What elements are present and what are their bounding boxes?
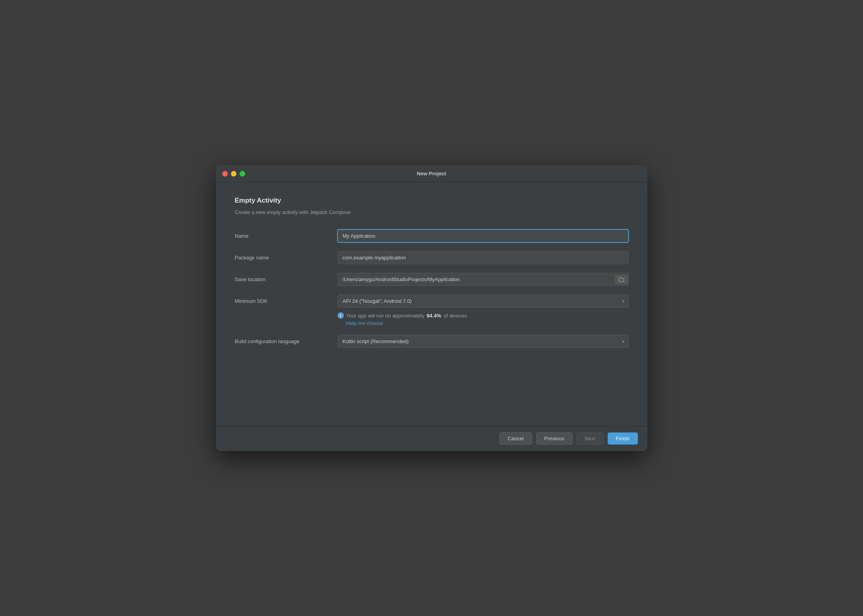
save-location-label: Save location [235,276,338,282]
cancel-button[interactable]: Cancel [499,432,532,445]
next-button[interactable]: Next [576,432,604,445]
name-input[interactable] [338,229,628,242]
name-label: Name [235,233,338,239]
new-project-window: New Project Empty Activity Create a new … [216,165,647,451]
build-config-label: Build configuration language [235,338,338,344]
section-subtitle: Create a new empty activity with Jetpack… [235,209,628,215]
save-location-input-group [338,273,628,286]
package-field-group: Package name [235,251,628,264]
help-me-choose-link[interactable]: Help me choose [346,320,628,326]
name-field-group: Name [235,229,628,242]
sdk-info-suffix: of devices. [444,313,468,319]
maximize-button[interactable] [240,171,245,177]
minimum-sdk-select[interactable]: API 21 ("Lollipop"; Android 5.0) API 22 … [338,295,628,308]
minimum-sdk-label: Minimum SDK [235,298,338,304]
section-title: Empty Activity [235,197,628,205]
traffic-lights [222,171,245,177]
build-config-field-group: Build configuration language Kotlin scri… [235,335,628,348]
sdk-info-percentage: 94.4% [427,313,441,319]
titlebar: New Project [216,165,647,182]
finish-button[interactable]: Finish [608,432,638,445]
minimize-button[interactable] [231,171,236,177]
build-config-select[interactable]: Kotlin script (Recommended) Groovy DSL [338,335,628,348]
save-location-field-group: Save location [235,273,628,286]
folder-icon [619,277,624,282]
build-config-select-wrapper: Kotlin script (Recommended) Groovy DSL ▾ [338,335,628,348]
form-content: Empty Activity Create a new empty activi… [235,197,628,386]
sdk-info-section: i Your app will run on approximately 94.… [338,312,628,326]
browse-folder-button[interactable] [614,275,628,284]
close-button[interactable] [222,171,228,177]
window-title: New Project [417,171,446,177]
minimum-sdk-select-wrapper: API 21 ("Lollipop"; Android 5.0) API 22 … [338,295,628,308]
sdk-info-prefix: Your app will run on approximately [346,313,424,319]
dialog-footer: Cancel Previous Next Finish [216,426,647,451]
dialog-content: Empty Activity Create a new empty activi… [216,182,647,386]
sdk-info-text: i Your app will run on approximately 94.… [338,312,628,319]
info-icon: i [338,312,344,319]
package-label: Package name [235,255,338,261]
save-location-input[interactable] [338,273,614,285]
minimum-sdk-field-group: Minimum SDK API 21 ("Lollipop"; Android … [235,295,628,308]
package-input[interactable] [338,251,628,264]
previous-button[interactable]: Previous [536,432,573,445]
